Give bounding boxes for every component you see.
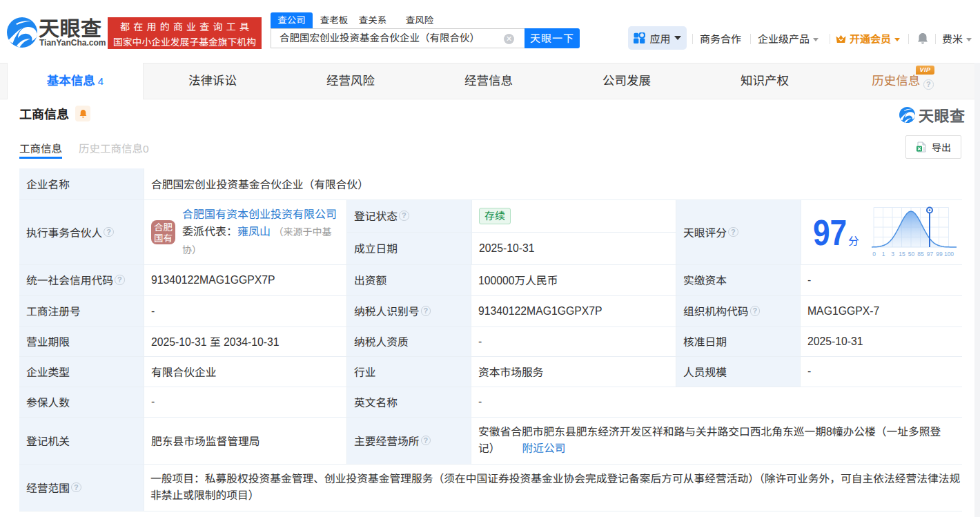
svg-text:1: 1 — [882, 251, 885, 257]
svg-text:15: 15 — [899, 251, 905, 257]
svg-text:0: 0 — [872, 251, 876, 257]
svg-text:50: 50 — [908, 251, 915, 257]
svg-text:100: 100 — [944, 251, 954, 257]
svg-text:3: 3 — [891, 251, 894, 257]
svg-text:85: 85 — [917, 251, 924, 257]
svg-text:97: 97 — [927, 251, 934, 257]
svg-text:99: 99 — [936, 251, 943, 257]
